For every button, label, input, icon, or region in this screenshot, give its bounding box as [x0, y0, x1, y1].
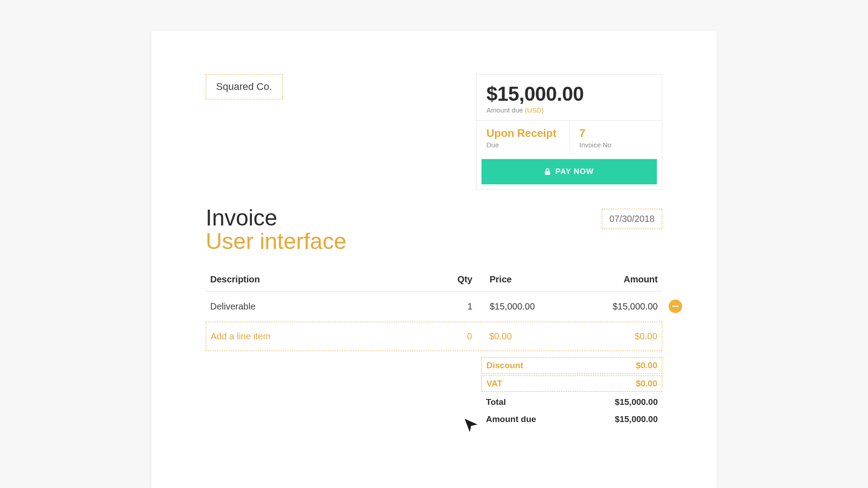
pay-wrap: PAY NOW — [476, 154, 662, 189]
title-row: Invoice User interface 07/30/2018 — [206, 206, 662, 253]
amount-due-value: $15,000.00 — [486, 83, 652, 105]
due-cell[interactable]: Upon Receipt Due — [476, 121, 569, 154]
totals-inner: Discount $0.00 VAT $0.00 Total $15,000.0… — [481, 357, 662, 428]
title-block: Invoice User interface — [206, 206, 346, 253]
remove-row-button[interactable] — [669, 300, 682, 313]
amount-due-label: Amount due (USD) — [486, 106, 652, 114]
vat-label: VAT — [486, 379, 502, 389]
currency-label: (USD) — [525, 106, 544, 114]
table-row[interactable]: Deliverable 1 $15,000.00 $15,000.00 — [206, 291, 662, 322]
summary-amount: $15,000.00 Amount due (USD) — [476, 75, 662, 120]
page: Squared Co. $15,000.00 Amount due (USD) … — [0, 0, 868, 488]
invoice-sheet: Squared Co. $15,000.00 Amount due (USD) … — [151, 31, 717, 488]
header-price: Price — [477, 274, 567, 285]
invoice-no-value: 7 — [580, 127, 652, 140]
header-amount: Amount — [567, 274, 658, 285]
table-header: Description Qty Price Amount — [206, 274, 662, 291]
company-name-field[interactable]: Squared Co. — [206, 74, 283, 99]
invoice-no-cell[interactable]: 7 Invoice No — [569, 121, 662, 154]
pay-now-button[interactable]: PAY NOW — [481, 159, 657, 184]
vat-value[interactable]: $0.00 — [636, 379, 657, 389]
invoice-heading: Invoice — [206, 206, 346, 230]
header-qty: Qty — [436, 274, 477, 285]
summary-box: $15,000.00 Amount due (USD) Upon Receipt… — [476, 74, 662, 190]
row-price[interactable]: $15,000.00 — [477, 301, 567, 312]
amount-due-row-value: $15,000.00 — [615, 414, 658, 424]
svg-rect-0 — [545, 171, 550, 175]
row-description[interactable]: Deliverable — [210, 301, 436, 312]
lock-icon — [544, 168, 551, 175]
due-label: Due — [486, 141, 559, 149]
line-items-table: Description Qty Price Amount Deliverable… — [206, 274, 662, 351]
total-label: Total — [486, 397, 506, 407]
discount-row[interactable]: Discount $0.00 — [481, 357, 662, 374]
invoice-no-label: Invoice No — [580, 141, 652, 149]
total-value: $15,000.00 — [615, 397, 658, 407]
add-line-item-label[interactable]: Add a line item — [211, 331, 436, 342]
minus-icon — [672, 306, 679, 307]
add-line-item-row[interactable]: Add a line item 0 $0.00 $0.00 — [206, 322, 662, 351]
totals-block: Discount $0.00 VAT $0.00 Total $15,000.0… — [206, 357, 662, 428]
add-line-item-price[interactable]: $0.00 — [476, 331, 567, 342]
due-value: Upon Receipt — [486, 127, 559, 140]
summary-mid: Upon Receipt Due 7 Invoice No — [476, 120, 662, 154]
add-line-item-box[interactable]: Add a line item 0 $0.00 $0.00 — [206, 322, 662, 351]
pay-now-label: PAY NOW — [555, 167, 594, 176]
amount-due-row: Amount due $15,000.00 — [481, 411, 662, 428]
row-amount: $15,000.00 — [567, 301, 658, 312]
discount-label: Discount — [486, 361, 523, 371]
add-line-item-qty[interactable]: 0 — [436, 331, 476, 342]
header-description: Description — [210, 274, 436, 285]
discount-value[interactable]: $0.00 — [636, 361, 657, 371]
invoice-subheading[interactable]: User interface — [206, 230, 346, 253]
add-line-item-amount: $0.00 — [567, 331, 657, 342]
amount-due-text: Amount due — [486, 106, 523, 114]
amount-due-row-label: Amount due — [486, 414, 536, 424]
row-qty[interactable]: 1 — [436, 301, 477, 312]
vat-row[interactable]: VAT $0.00 — [481, 375, 662, 392]
invoice-date-field[interactable]: 07/30/2018 — [602, 209, 662, 229]
total-row: Total $15,000.00 — [481, 394, 662, 411]
top-row: Squared Co. $15,000.00 Amount due (USD) … — [206, 74, 662, 190]
